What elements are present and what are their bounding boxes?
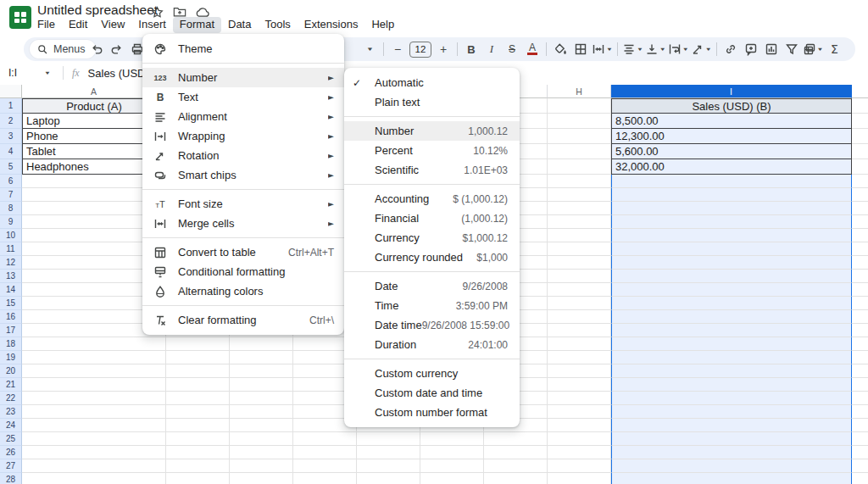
cell-A25[interactable] — [22, 432, 166, 446]
menu-item-font-size[interactable]: TTFont size▶ — [142, 194, 344, 214]
decrease-font-button[interactable]: − — [387, 39, 408, 59]
cell-B19[interactable] — [166, 351, 230, 364]
cell-A20[interactable] — [22, 364, 166, 378]
row-header-20[interactable]: 20 — [0, 364, 22, 378]
menubar-item-help[interactable]: Help — [364, 17, 401, 33]
cell-A27[interactable] — [22, 459, 166, 473]
cell-C19[interactable] — [230, 351, 293, 364]
text-rotate-button[interactable]: ▼ — [690, 39, 713, 59]
cell-H10[interactable] — [548, 229, 611, 242]
cell-I11[interactable] — [611, 242, 852, 256]
document-title[interactable]: Untitled spreadsheet — [37, 3, 158, 18]
cell-H12[interactable] — [548, 256, 611, 270]
cell-H16[interactable] — [548, 310, 611, 324]
cell-B20[interactable] — [166, 364, 230, 378]
name-box-caret-icon[interactable]: ▼ — [44, 70, 51, 75]
submenu-item-automatic[interactable]: ✓Automatic — [344, 73, 520, 92]
row-header-6[interactable]: 6 — [0, 175, 22, 188]
row-header-11[interactable]: 11 — [0, 242, 22, 256]
menubar-item-edit[interactable]: Edit — [62, 17, 94, 33]
bold-button[interactable]: B — [461, 39, 481, 59]
cell-C22[interactable] — [230, 392, 293, 405]
insert-comment-button[interactable] — [741, 39, 761, 59]
menu-item-merge-cells[interactable]: Merge cells▶ — [142, 214, 344, 233]
row-header-15[interactable]: 15 — [0, 297, 22, 310]
cell-C23[interactable] — [230, 405, 293, 419]
cell-I3[interactable]: 12,300.00 — [611, 129, 852, 144]
cell-E27[interactable] — [357, 459, 420, 473]
row-header-21[interactable]: 21 — [0, 378, 22, 392]
cell-I4[interactable]: 5,600.00 — [611, 144, 852, 159]
menu-item-conditional-formatting[interactable]: Conditional formatting — [142, 262, 344, 281]
cell-E25[interactable] — [357, 432, 420, 446]
column-header-I[interactable]: I — [611, 85, 852, 98]
submenu-item-accounting[interactable]: Accounting$ (1,000.12) — [344, 189, 520, 209]
cell-A22[interactable] — [22, 392, 166, 405]
cell-I7[interactable] — [611, 188, 852, 202]
cell-H5[interactable] — [548, 159, 611, 175]
cell-B27[interactable] — [166, 459, 230, 473]
cell-C18[interactable] — [230, 337, 293, 351]
menu-item-convert-to-table[interactable]: Convert to tableCtrl+Alt+T — [142, 242, 344, 262]
cell-I19[interactable] — [611, 351, 852, 364]
cell-I22[interactable] — [611, 392, 852, 405]
cell-E26[interactable] — [357, 446, 420, 459]
cell-H1[interactable] — [548, 98, 611, 114]
row-header-19[interactable]: 19 — [0, 351, 22, 364]
zoom-dropdown[interactable]: ▼ — [359, 39, 380, 59]
submenu-item-custom-currency[interactable]: Custom currency — [344, 364, 520, 383]
submenu-item-duration[interactable]: Duration24:01:00 — [344, 335, 520, 354]
cell-I23[interactable] — [611, 405, 852, 419]
menu-item-alignment[interactable]: Alignment▶ — [142, 107, 344, 126]
row-header-24[interactable]: 24 — [0, 419, 22, 432]
undo-button[interactable] — [86, 39, 107, 59]
cell-F28[interactable] — [420, 473, 484, 484]
submenu-item-number[interactable]: Number1,000.12 — [344, 121, 520, 141]
menu-item-theme[interactable]: Theme — [142, 39, 344, 58]
merge-cells-button[interactable]: ▼ — [591, 39, 614, 59]
submenu-item-percent[interactable]: Percent10.12% — [344, 141, 520, 160]
cell-C20[interactable] — [230, 364, 293, 378]
submenu-item-plain-text[interactable]: Plain text — [344, 92, 520, 112]
italic-button[interactable]: I — [481, 39, 502, 59]
menubar-item-tools[interactable]: Tools — [258, 17, 297, 33]
cell-E28[interactable] — [357, 473, 420, 484]
menu-item-alternating-colors[interactable]: Alternating colors — [142, 281, 344, 301]
menubar-item-file[interactable]: File — [31, 17, 62, 33]
cell-H22[interactable] — [548, 392, 611, 405]
cell-B23[interactable] — [166, 405, 230, 419]
cell-D27[interactable] — [293, 459, 357, 473]
row-header-10[interactable]: 10 — [0, 229, 22, 242]
insert-link-button[interactable] — [721, 39, 741, 59]
row-header-26[interactable]: 26 — [0, 446, 22, 459]
cell-H4[interactable] — [548, 144, 611, 159]
cell-D25[interactable] — [293, 432, 357, 446]
text-color-button[interactable]: A — [522, 39, 542, 59]
cell-B25[interactable] — [166, 432, 230, 446]
horizontal-align-button[interactable]: ▼ — [621, 39, 644, 59]
cell-H8[interactable] — [548, 202, 611, 215]
cell-I15[interactable] — [611, 297, 852, 310]
font-size-input[interactable]: 12 — [409, 42, 431, 58]
row-header-17[interactable]: 17 — [0, 324, 22, 337]
cell-H26[interactable] — [548, 446, 611, 459]
strikethrough-button[interactable]: S — [502, 39, 522, 59]
cell-I28[interactable] — [611, 473, 852, 484]
cell-H28[interactable] — [548, 473, 611, 484]
menubar-item-extensions[interactable]: Extensions — [298, 17, 365, 33]
functions-button[interactable]: Σ — [825, 39, 845, 59]
cell-H24[interactable] — [548, 419, 611, 432]
menu-item-number[interactable]: 123Number▶ — [142, 68, 344, 87]
insert-chart-button[interactable] — [761, 39, 782, 59]
cell-H15[interactable] — [548, 297, 611, 310]
cell-I13[interactable] — [611, 270, 852, 283]
row-header-9[interactable]: 9 — [0, 215, 22, 229]
cell-I14[interactable] — [611, 283, 852, 297]
row-header-23[interactable]: 23 — [0, 405, 22, 419]
menubar-item-data[interactable]: Data — [221, 17, 258, 33]
submenu-item-custom-date-time[interactable]: Custom date and time — [344, 383, 520, 403]
name-box[interactable]: I:I — [0, 67, 44, 79]
cell-C21[interactable] — [230, 378, 293, 392]
row-header-7[interactable]: 7 — [0, 188, 22, 202]
cell-B28[interactable] — [166, 473, 230, 484]
